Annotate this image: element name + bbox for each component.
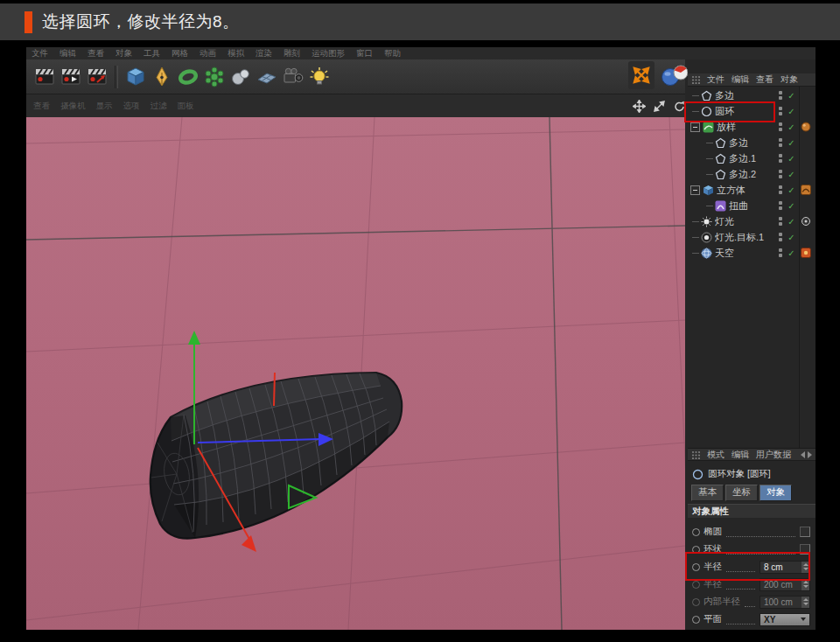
visibility-dots[interactable] bbox=[776, 90, 785, 101]
viewport-canvas[interactable] bbox=[26, 117, 685, 630]
viewport-menu-item[interactable]: 摄像机 bbox=[60, 101, 86, 112]
am-menu-userdata[interactable]: 用户数据 bbox=[756, 449, 791, 461]
metaball-icon[interactable] bbox=[228, 63, 254, 91]
tab-object[interactable]: 对象 bbox=[760, 485, 792, 501]
collapse-expander-icon[interactable] bbox=[690, 122, 700, 132]
light-object-icon[interactable] bbox=[306, 63, 332, 91]
object-row-polygon-child[interactable]: 多边 ✓ bbox=[688, 135, 816, 150]
menu-item[interactable]: 网格 bbox=[172, 48, 188, 59]
drag-handle-icon[interactable] bbox=[691, 75, 700, 84]
keyframe-ring-icon[interactable] bbox=[692, 616, 700, 624]
bend-handle[interactable] bbox=[274, 373, 275, 406]
menu-item[interactable]: 动画 bbox=[200, 48, 216, 59]
render-spheres-icon[interactable] bbox=[658, 61, 691, 89]
visibility-dots[interactable] bbox=[776, 216, 785, 227]
enable-check-icon[interactable]: ✓ bbox=[785, 217, 798, 227]
history-back-icon[interactable] bbox=[801, 451, 805, 458]
enable-check-icon[interactable]: ✓ bbox=[785, 248, 798, 258]
menu-item[interactable]: 渲染 bbox=[256, 48, 272, 59]
object-row-light[interactable]: 灯光 ✓ bbox=[688, 213, 816, 229]
render-settings-icon[interactable] bbox=[84, 63, 110, 91]
visibility-dots[interactable] bbox=[776, 122, 785, 132]
camera-object-icon[interactable] bbox=[280, 63, 306, 91]
ngon-spline-icon bbox=[714, 152, 726, 164]
enable-check-icon[interactable]: ✓ bbox=[785, 138, 798, 148]
subdivision-surface-icon[interactable] bbox=[175, 63, 201, 91]
am-menu-edit[interactable]: 编辑 bbox=[732, 449, 749, 461]
viewport-menu-item[interactable]: 显示 bbox=[96, 101, 113, 112]
menu-item[interactable]: 对象 bbox=[116, 48, 132, 59]
enable-check-icon[interactable]: ✓ bbox=[785, 91, 798, 101]
enable-check-icon[interactable]: ✓ bbox=[785, 185, 798, 195]
phong-ball-tag-icon[interactable] bbox=[801, 122, 811, 132]
menu-item[interactable]: 编辑 bbox=[60, 48, 76, 59]
render-picture-viewer-icon[interactable] bbox=[58, 63, 84, 91]
plane-dropdown[interactable]: XY bbox=[760, 613, 810, 626]
circle-spline-icon bbox=[692, 469, 704, 480]
menu-item[interactable]: 模拟 bbox=[228, 48, 244, 59]
ellipse-checkbox[interactable] bbox=[800, 527, 810, 537]
dotted-leader bbox=[745, 597, 755, 607]
visibility-dots[interactable] bbox=[776, 106, 785, 116]
compositing-tag-icon[interactable] bbox=[801, 248, 811, 258]
enable-check-icon[interactable]: ✓ bbox=[785, 233, 798, 242]
enable-check-icon[interactable]: ✓ bbox=[785, 122, 798, 132]
z-axis-arrow[interactable] bbox=[242, 535, 256, 552]
viewport-menu-item[interactable]: 过滤 bbox=[150, 101, 167, 112]
inner-radius-input: 100 cm bbox=[760, 596, 810, 609]
menu-item[interactable]: 运动图形 bbox=[312, 48, 345, 59]
visibility-dots[interactable] bbox=[776, 153, 785, 164]
object-row-bend[interactable]: 扭曲 ✓ bbox=[688, 198, 816, 213]
menu-item[interactable]: 文件 bbox=[32, 48, 48, 59]
enable-check-icon[interactable]: ✓ bbox=[785, 170, 798, 179]
light-icon bbox=[700, 215, 712, 227]
array-tool-icon[interactable] bbox=[201, 63, 228, 91]
visibility-dots[interactable] bbox=[776, 137, 785, 148]
menu-item[interactable]: 帮助 bbox=[384, 48, 401, 59]
enable-check-icon[interactable]: ✓ bbox=[785, 107, 798, 116]
om-menu-objects[interactable]: 对象 bbox=[780, 73, 798, 86]
collapse-expander-icon[interactable] bbox=[690, 185, 700, 195]
visibility-dots[interactable] bbox=[776, 200, 785, 211]
object-row-cube[interactable]: 立方体 ✓ bbox=[688, 182, 816, 198]
drag-handle-icon[interactable] bbox=[691, 450, 700, 459]
enable-check-icon[interactable]: ✓ bbox=[785, 201, 798, 211]
phong-tag-icon[interactable] bbox=[801, 185, 811, 195]
zoom-view-icon[interactable] bbox=[652, 99, 666, 113]
target-tag-icon[interactable] bbox=[801, 216, 811, 227]
om-menu-edit[interactable]: 编辑 bbox=[732, 73, 749, 86]
visibility-dots[interactable] bbox=[776, 232, 785, 242]
attribute-tabs: 基本 坐标 对象 bbox=[688, 485, 816, 501]
keyframe-ring-icon[interactable] bbox=[692, 598, 700, 606]
om-menu-file[interactable]: 文件 bbox=[707, 73, 724, 86]
om-menu-view[interactable]: 查看 bbox=[756, 73, 774, 86]
keyframe-ring-icon[interactable] bbox=[692, 528, 700, 536]
object-row-polygon1[interactable]: 多边.1 ✓ bbox=[688, 150, 816, 166]
menu-item[interactable]: 窗口 bbox=[356, 48, 373, 59]
render-view-icon[interactable] bbox=[32, 63, 58, 91]
object-row-light-target[interactable]: 灯光.目标.1 ✓ bbox=[688, 229, 816, 245]
cube-primitive-icon[interactable] bbox=[122, 63, 149, 91]
visibility-dots[interactable] bbox=[776, 169, 785, 179]
menu-item[interactable]: 查看 bbox=[88, 48, 104, 59]
history-forward-icon[interactable] bbox=[808, 451, 812, 458]
visibility-dots[interactable] bbox=[776, 248, 785, 258]
am-menu-mode[interactable]: 模式 bbox=[707, 449, 724, 461]
spline-pen-icon[interactable] bbox=[149, 63, 175, 91]
viewport-menu-item[interactable]: 选项 bbox=[123, 101, 140, 112]
tab-coordinates[interactable]: 坐标 bbox=[725, 485, 758, 501]
object-row-polygon2[interactable]: 多边.2 ✓ bbox=[688, 166, 816, 182]
tab-basic[interactable]: 基本 bbox=[691, 485, 724, 501]
y-axis-arrow[interactable] bbox=[188, 331, 200, 345]
viewport-menu-item[interactable]: 查看 bbox=[33, 101, 50, 112]
menu-item[interactable]: 工具 bbox=[144, 48, 160, 59]
floor-object-icon[interactable] bbox=[254, 63, 280, 91]
enable-check-icon[interactable]: ✓ bbox=[785, 154, 798, 164]
menu-item[interactable]: 雕刻 bbox=[284, 48, 300, 59]
visibility-dots[interactable] bbox=[776, 185, 785, 195]
pan-view-icon[interactable] bbox=[632, 99, 646, 113]
keyframe-ring-icon[interactable] bbox=[692, 581, 700, 589]
object-row-sky[interactable]: 天空 ✓ bbox=[688, 245, 816, 261]
viewport-menu-item[interactable]: 面板 bbox=[178, 101, 194, 112]
screen-move-icon[interactable] bbox=[628, 61, 654, 89]
